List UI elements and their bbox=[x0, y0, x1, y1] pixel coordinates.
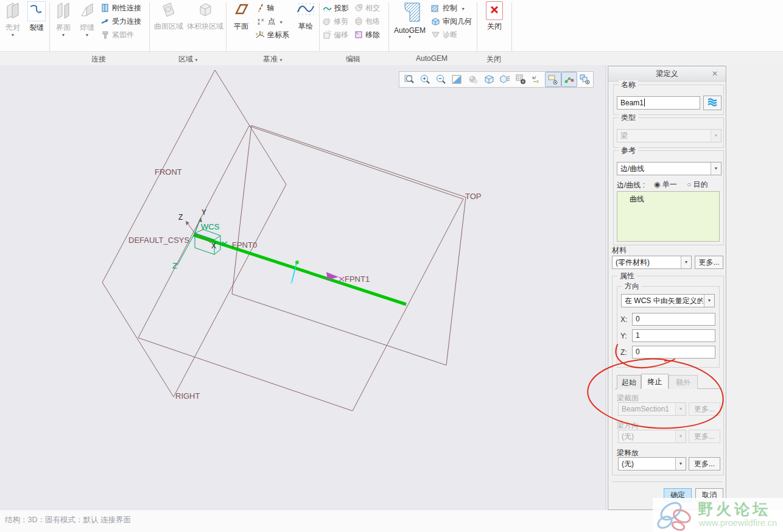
group-label-close[interactable]: 关闭 bbox=[486, 54, 501, 65]
beam-section-select[interactable]: BeamSection1▼ bbox=[618, 402, 686, 416]
group-label-edit[interactable]: 编辑 bbox=[346, 54, 360, 65]
wcs-label[interactable]: WCS bbox=[201, 222, 219, 231]
axis-button[interactable]: 轴 bbox=[257, 2, 274, 13]
control-button[interactable]: 控制 ▼ bbox=[431, 2, 465, 13]
wireframe-canvas bbox=[0, 65, 606, 510]
right-plane-label[interactable]: RIGHT bbox=[175, 391, 200, 401]
project-button[interactable]: 投影 bbox=[323, 2, 349, 13]
properties-group: 属性 方向 在 WCS 中由矢量定义的▼ X: 0 Y: 1 Z: 0 起始 终… bbox=[612, 276, 724, 475]
review-geometry-button[interactable]: 审阅几何 bbox=[431, 16, 472, 27]
review-geometry-icon bbox=[431, 17, 440, 29]
distribution-button[interactable] bbox=[703, 96, 722, 110]
beam-midpoint-dot bbox=[295, 261, 299, 264]
x-label: X: bbox=[620, 315, 627, 324]
crack-button[interactable]: 裂缝 bbox=[26, 1, 47, 33]
reference-type-select[interactable]: 边/曲线▼ bbox=[617, 162, 722, 175]
radio-single[interactable]: ◉ 单一 bbox=[654, 180, 677, 190]
shell-pair-label: 壳对 bbox=[1, 23, 24, 33]
tab-start[interactable]: 起始 bbox=[617, 375, 641, 389]
dialog-separator bbox=[612, 481, 723, 482]
default-csys-label[interactable]: DEFAULT_CSYS bbox=[128, 236, 189, 245]
beam-orientation-more-button[interactable]: 更多... bbox=[689, 430, 720, 443]
reference-list-item[interactable]: 曲线 bbox=[630, 194, 644, 205]
tab-extra[interactable]: 额外 bbox=[669, 375, 698, 389]
graphics-viewport[interactable]: FRONT TOP RIGHT DEFAULT_CSYS WCS FPNT0 F… bbox=[0, 65, 606, 510]
component-display-button[interactable] bbox=[577, 72, 593, 87]
annotation-display-button[interactable] bbox=[545, 72, 561, 87]
shading-mode-button[interactable] bbox=[465, 72, 481, 87]
autogem-button[interactable]: AutoGEM ▼ bbox=[391, 1, 429, 40]
fpnt1-marker[interactable] bbox=[339, 277, 344, 281]
name-input[interactable]: Beam1 bbox=[617, 96, 700, 110]
direction-select[interactable]: 在 WCS 中由矢量定义的▼ bbox=[621, 294, 715, 307]
material-select[interactable]: (零件材料)▼ bbox=[612, 256, 692, 269]
close-app-button[interactable]: 关闭 bbox=[481, 1, 508, 32]
group-label-connect[interactable]: 连接 bbox=[91, 54, 106, 65]
wrap-button[interactable]: 包络 bbox=[354, 16, 380, 27]
view-manager-button[interactable] bbox=[497, 72, 513, 87]
diagnose-button[interactable]: 诊断 bbox=[431, 29, 457, 40]
intersect-button[interactable]: 相交 bbox=[354, 2, 380, 13]
zoom-fit-button[interactable] bbox=[401, 72, 417, 87]
sketch-button[interactable]: 草绘 bbox=[295, 1, 317, 32]
y-label: Y: bbox=[620, 332, 627, 340]
interface-icon bbox=[55, 1, 71, 21]
type-group-legend: 类型 bbox=[619, 113, 638, 122]
shell-pair-button[interactable]: 壳对 ▼ bbox=[1, 1, 24, 38]
group-label-autogem[interactable]: AutoGEM bbox=[416, 54, 448, 63]
material-more-button[interactable]: 更多... bbox=[695, 256, 723, 269]
fastener-button[interactable]: 紧固件 bbox=[101, 29, 134, 40]
dialog-title: 梁定义 bbox=[608, 66, 726, 82]
beam-curve[interactable] bbox=[194, 235, 406, 304]
surface-region-button[interactable]: 曲面区域 bbox=[152, 1, 186, 32]
capture-image-button[interactable] bbox=[513, 72, 529, 87]
z-input[interactable]: 0 bbox=[632, 346, 715, 359]
radio-on-icon: ◉ bbox=[654, 180, 660, 189]
dialog-close-button[interactable]: ✕ bbox=[710, 66, 720, 81]
fpnt0-label[interactable]: FPNT0 bbox=[232, 240, 257, 250]
tab-end[interactable]: 终止 bbox=[641, 374, 669, 389]
x-input[interactable]: 0 bbox=[632, 313, 715, 326]
rigid-connection-button[interactable]: 刚性连接 bbox=[101, 2, 141, 13]
beam-section-more-button[interactable]: 更多... bbox=[689, 402, 720, 416]
volume-region-button[interactable]: 体积块区域 bbox=[186, 1, 224, 32]
y-input[interactable]: 1 bbox=[632, 329, 715, 342]
reference-list[interactable]: 曲线 bbox=[617, 191, 720, 242]
wcs-z-label: Z bbox=[172, 261, 177, 270]
group-label-datum[interactable]: 基准▼ bbox=[263, 54, 283, 65]
offset-button[interactable]: 偏移 bbox=[323, 29, 348, 40]
remove-icon bbox=[354, 30, 363, 42]
chevron-down-icon: ▼ bbox=[52, 33, 74, 38]
fastener-icon bbox=[101, 30, 110, 42]
point-display-button[interactable] bbox=[561, 72, 577, 87]
beam-orientation-select[interactable]: (无)▼ bbox=[618, 430, 686, 443]
zoom-in-button[interactable] bbox=[417, 72, 433, 87]
point-icon: x xx bbox=[257, 17, 265, 29]
weld-button[interactable]: 焊缝 ▼ bbox=[76, 1, 98, 38]
radio-intent[interactable]: ○ 目的 bbox=[687, 180, 708, 190]
group-label-region[interactable]: 区域▼ bbox=[178, 54, 198, 65]
saved-views-button[interactable] bbox=[481, 72, 497, 87]
csys-button[interactable]: xy 坐标系 bbox=[256, 29, 289, 40]
beam-release-select[interactable]: (无)▼ bbox=[618, 457, 686, 471]
force-connection-button[interactable]: 受力连接 bbox=[101, 16, 141, 27]
watermark-url[interactable]: www.proewildfire.cn bbox=[699, 518, 777, 528]
plane-button[interactable]: 平面 bbox=[229, 1, 253, 32]
zoom-out-button[interactable] bbox=[434, 72, 449, 87]
type-select[interactable]: 梁▼ bbox=[617, 129, 722, 142]
beam-release-more-button[interactable]: 更多... bbox=[689, 457, 720, 471]
fpnt1-label[interactable]: FPNT1 bbox=[345, 275, 370, 284]
interface-button[interactable]: 界面 ▼ bbox=[52, 1, 74, 38]
datum-display-button[interactable]: x/x bbox=[529, 72, 545, 87]
chevron-down-icon: ▼ bbox=[704, 295, 714, 307]
remove-button[interactable]: 移除 bbox=[354, 29, 380, 40]
front-plane-label[interactable]: FRONT bbox=[155, 167, 182, 177]
rigid-connection-icon bbox=[101, 4, 110, 15]
trim-label: 修剪 bbox=[334, 17, 348, 26]
point-button[interactable]: x xx 点 ▼ bbox=[257, 16, 283, 27]
repaint-button[interactable] bbox=[449, 72, 465, 87]
top-plane-label[interactable]: TOP bbox=[465, 192, 482, 201]
surface-region-label: 曲面区域 bbox=[152, 21, 186, 32]
front-plane-outline bbox=[102, 70, 286, 397]
trim-button[interactable]: 修剪 bbox=[323, 16, 348, 27]
